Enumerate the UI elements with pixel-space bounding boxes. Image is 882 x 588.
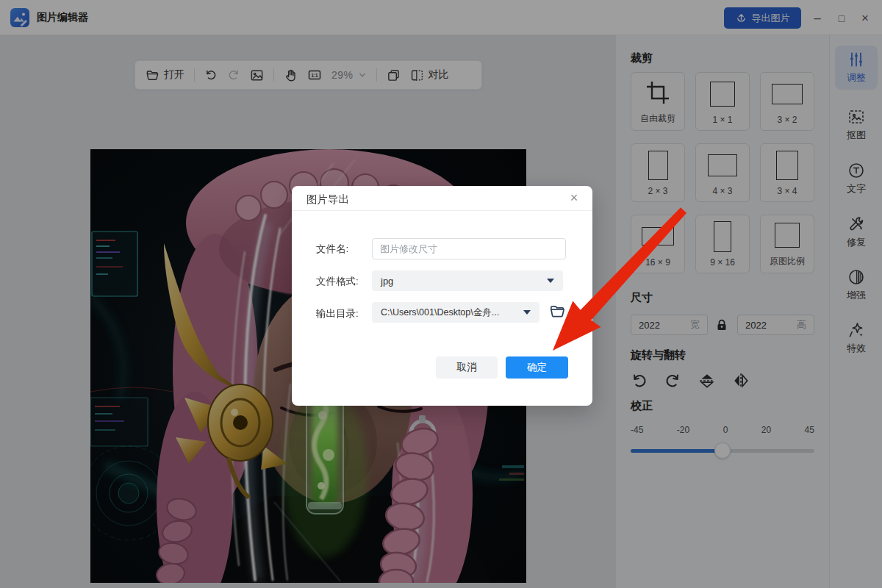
filename-label: 文件名:	[316, 243, 369, 256]
output-dir-label: 输出目录:	[316, 307, 369, 320]
folder-open-icon	[549, 303, 566, 320]
dialog-close-icon[interactable]: ×	[566, 190, 582, 207]
cancel-button[interactable]: 取消	[436, 356, 498, 379]
format-select[interactable]: jpg	[372, 270, 563, 291]
export-dialog-title: 图片导出	[306, 193, 349, 207]
caret-down-icon	[523, 310, 531, 315]
export-dialog-header: 图片导出 ×	[292, 186, 592, 211]
export-dialog: 图片导出 × 文件名: 文件格式: jpg 输出目录: C:\Users\001…	[292, 186, 592, 406]
format-label: 文件格式:	[316, 275, 369, 288]
confirm-button[interactable]: 确定	[506, 356, 568, 379]
browse-folder-button[interactable]	[549, 303, 566, 323]
caret-down-icon	[547, 279, 554, 283]
output-dir-value: C:\Users\001\Desktop\金舟...	[381, 306, 499, 319]
output-dir-select[interactable]: C:\Users\001\Desktop\金舟...	[372, 302, 539, 323]
format-value: jpg	[381, 276, 393, 287]
filename-input[interactable]	[372, 238, 566, 259]
